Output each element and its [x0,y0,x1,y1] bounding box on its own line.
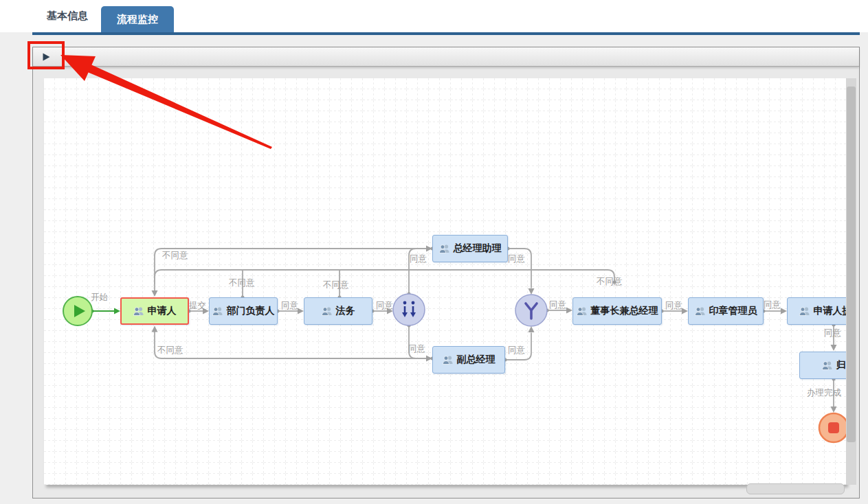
split-gateway-node[interactable] [393,294,425,325]
edge-label-submit: 提交 [189,300,206,312]
flow-node-applicant-submit[interactable]: 申请人提 [787,297,846,325]
users-icon [443,356,453,365]
join-gateway-node[interactable] [515,295,547,326]
edge-label-disagree: 不同意 [323,279,349,291]
users-icon [133,307,144,316]
tab-bar: 基本信息 流程监控 [0,0,868,32]
users-icon [212,307,223,316]
process-monitor-page: 基本信息 流程监控 [0,0,868,504]
users-icon [799,307,810,316]
flow-node-archive[interactable]: 归 [799,352,846,379]
flow-node-deputy-gm[interactable]: 副总经理 [432,346,505,374]
flow-node-gm-assistant[interactable]: 总经理助理 [432,235,508,262]
edge-label-agree: 同意 [408,343,425,355]
play-icon [41,52,51,62]
flow-node-label: 法务 [336,305,355,317]
edge-label-agree: 同意 [508,345,525,356]
flow-canvas[interactable]: 申请人 部门负责人 法务 总经理助理 副总经理 董事长兼总经理 [44,78,846,485]
edge-label-disagree: 不同意 [229,277,255,289]
flow-node-label: 申请人提 [814,305,847,317]
edge-label-disagree: 不同意 [162,250,188,262]
flow-node-applicant[interactable]: 申请人 [120,297,189,325]
flow-node-label: 申请人 [148,305,177,317]
flow-node-seal-admin[interactable]: 印章管理员 [688,297,764,325]
edge-label-agree: 同意 [665,300,682,312]
edge-label-disagree: 不同意 [597,276,623,288]
flow-node-label: 副总经理 [457,354,496,366]
edge-label-agree: 同意 [508,253,525,265]
users-icon [439,244,449,253]
flow-node-dept-head[interactable]: 部门负责人 [209,297,278,325]
flow-node-label: 归 [836,359,846,371]
horizontal-scrollbar-thumb[interactable] [746,483,845,494]
tab-underline [32,32,860,35]
edge-label-agree: 同意 [410,253,427,265]
flow-diagram [44,78,846,485]
flow-panel: 申请人 部门负责人 法务 总经理助理 副总经理 董事长兼总经理 [32,47,860,499]
end-node[interactable] [819,413,846,442]
edge-label-start: 开始 [91,292,108,303]
tab-process-monitor[interactable]: 流程监控 [101,6,174,32]
users-icon [822,361,832,370]
flow-node-label: 总经理助理 [454,242,502,255]
flow-node-legal[interactable]: 法务 [304,297,372,325]
vertical-scrollbar-thumb[interactable] [847,87,856,442]
vertical-scrollbar[interactable] [846,78,856,485]
play-button[interactable] [40,51,52,63]
edge-label-agree: 同意 [376,300,393,312]
edge-label-agree: 同意 [824,328,841,339]
flow-node-label: 董事长兼总经理 [591,305,658,317]
grid-background [44,78,846,485]
edge-label-done: 办理完成 [807,387,841,399]
users-icon [695,307,705,316]
flow-toolbar [33,47,859,67]
users-icon [577,307,587,316]
edge-label-agree: 同意 [281,300,298,312]
flow-node-label: 部门负责人 [227,305,275,317]
users-icon [322,307,332,316]
edge-label-disagree: 不同意 [157,345,183,356]
flow-node-label: 印章管理员 [709,305,757,317]
edge-label-agree: 同意 [549,299,566,311]
tab-basic-info[interactable]: 基本信息 [47,0,88,32]
flow-node-chairman-gm[interactable]: 董事长兼总经理 [572,297,662,325]
start-node[interactable] [63,297,92,325]
stop-square-icon [828,422,839,433]
edge-label-agree: 同意 [764,299,781,311]
